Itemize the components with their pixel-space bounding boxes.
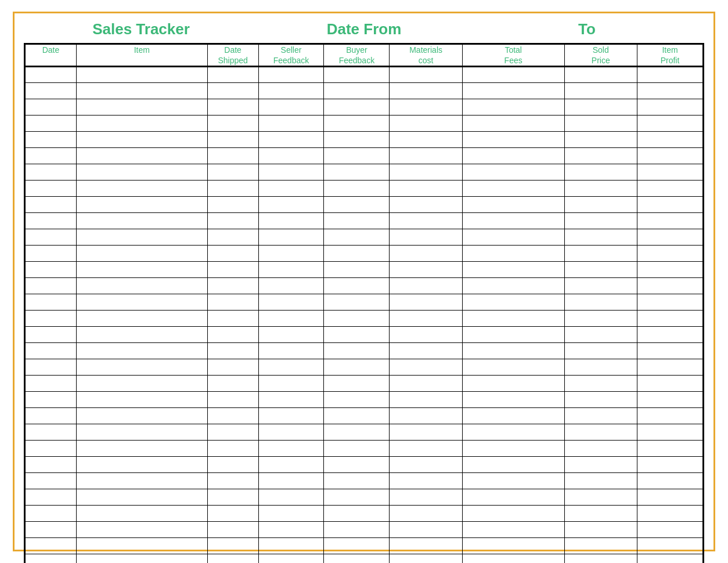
table-cell[interactable] (324, 213, 390, 229)
table-cell[interactable] (390, 262, 462, 278)
table-cell[interactable] (76, 262, 207, 278)
table-cell[interactable] (390, 489, 462, 506)
table-cell[interactable] (637, 506, 702, 522)
table-cell[interactable] (76, 538, 207, 554)
table-cell[interactable] (207, 424, 258, 441)
table-cell[interactable] (76, 376, 207, 392)
table-cell[interactable] (258, 522, 324, 538)
table-cell[interactable] (26, 522, 77, 538)
table-cell[interactable] (76, 278, 207, 294)
table-cell[interactable] (76, 506, 207, 522)
table-cell[interactable] (207, 392, 258, 408)
table-cell[interactable] (258, 197, 324, 213)
table-cell[interactable] (207, 67, 258, 83)
table-cell[interactable] (207, 473, 258, 489)
table-cell[interactable] (390, 132, 462, 148)
table-cell[interactable] (324, 473, 390, 489)
table-cell[interactable] (258, 116, 324, 132)
table-cell[interactable] (390, 522, 462, 538)
table-cell[interactable] (564, 457, 637, 473)
table-cell[interactable] (637, 392, 702, 408)
table-cell[interactable] (258, 294, 324, 311)
table-cell[interactable] (462, 327, 564, 343)
table-cell[interactable] (637, 457, 702, 473)
table-cell[interactable] (76, 67, 207, 83)
table-cell[interactable] (462, 522, 564, 538)
table-cell[interactable] (637, 522, 702, 538)
table-cell[interactable] (637, 311, 702, 327)
table-cell[interactable] (324, 424, 390, 441)
table-cell[interactable] (637, 83, 702, 99)
table-cell[interactable] (390, 359, 462, 376)
table-cell[interactable] (258, 343, 324, 359)
table-cell[interactable] (207, 246, 258, 262)
table-cell[interactable] (76, 457, 207, 473)
table-cell[interactable] (26, 506, 77, 522)
table-cell[interactable] (462, 294, 564, 311)
table-cell[interactable] (390, 538, 462, 554)
table-cell[interactable] (564, 538, 637, 554)
table-cell[interactable] (462, 262, 564, 278)
table-cell[interactable] (76, 181, 207, 197)
table-cell[interactable] (390, 311, 462, 327)
table-cell[interactable] (76, 197, 207, 213)
table-cell[interactable] (390, 376, 462, 392)
table-cell[interactable] (76, 554, 207, 564)
table-cell[interactable] (637, 538, 702, 554)
table-cell[interactable] (637, 181, 702, 197)
table-cell[interactable] (258, 132, 324, 148)
table-cell[interactable] (637, 489, 702, 506)
table-cell[interactable] (207, 132, 258, 148)
table-cell[interactable] (258, 164, 324, 181)
table-cell[interactable] (637, 554, 702, 564)
table-cell[interactable] (324, 392, 390, 408)
table-cell[interactable] (26, 116, 77, 132)
table-cell[interactable] (462, 441, 564, 457)
table-cell[interactable] (26, 229, 77, 246)
table-cell[interactable] (207, 522, 258, 538)
table-cell[interactable] (564, 424, 637, 441)
table-cell[interactable] (324, 116, 390, 132)
table-cell[interactable] (462, 311, 564, 327)
table-cell[interactable] (207, 262, 258, 278)
table-cell[interactable] (207, 506, 258, 522)
table-cell[interactable] (390, 554, 462, 564)
table-cell[interactable] (26, 164, 77, 181)
table-cell[interactable] (76, 164, 207, 181)
table-cell[interactable] (76, 343, 207, 359)
table-cell[interactable] (26, 262, 77, 278)
table-cell[interactable] (324, 538, 390, 554)
table-cell[interactable] (26, 392, 77, 408)
table-cell[interactable] (637, 359, 702, 376)
table-cell[interactable] (462, 489, 564, 506)
table-cell[interactable] (207, 99, 258, 116)
table-cell[interactable] (324, 83, 390, 99)
table-cell[interactable] (564, 294, 637, 311)
table-cell[interactable] (26, 376, 77, 392)
table-cell[interactable] (637, 132, 702, 148)
table-cell[interactable] (637, 116, 702, 132)
table-cell[interactable] (26, 489, 77, 506)
table-cell[interactable] (462, 343, 564, 359)
table-cell[interactable] (258, 262, 324, 278)
table-cell[interactable] (324, 311, 390, 327)
table-cell[interactable] (462, 67, 564, 83)
table-cell[interactable] (324, 554, 390, 564)
table-cell[interactable] (390, 278, 462, 294)
table-cell[interactable] (564, 554, 637, 564)
table-cell[interactable] (390, 473, 462, 489)
table-cell[interactable] (76, 213, 207, 229)
table-cell[interactable] (324, 441, 390, 457)
table-cell[interactable] (462, 246, 564, 262)
table-cell[interactable] (207, 278, 258, 294)
table-cell[interactable] (207, 116, 258, 132)
table-cell[interactable] (76, 473, 207, 489)
table-cell[interactable] (26, 197, 77, 213)
table-cell[interactable] (207, 441, 258, 457)
table-cell[interactable] (26, 554, 77, 564)
table-cell[interactable] (390, 392, 462, 408)
table-cell[interactable] (258, 489, 324, 506)
table-cell[interactable] (26, 148, 77, 164)
table-cell[interactable] (258, 213, 324, 229)
table-cell[interactable] (462, 116, 564, 132)
